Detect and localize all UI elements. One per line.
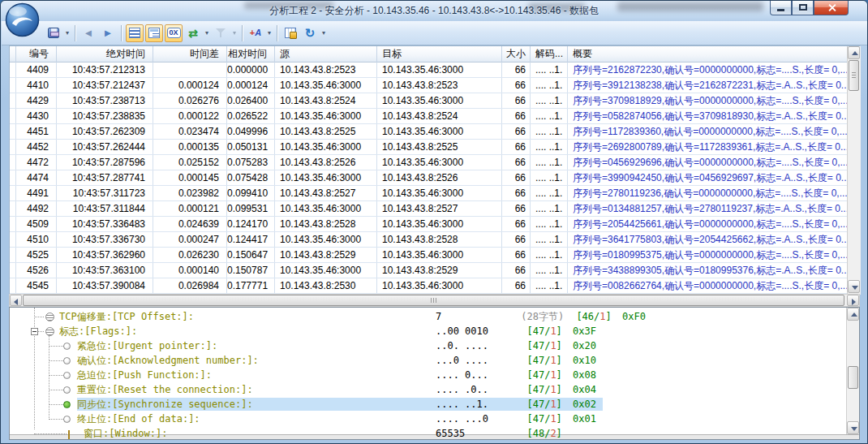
close-icon (827, 3, 836, 12)
cell-decode: .... ..1. (531, 186, 568, 200)
save-button[interactable] (45, 24, 62, 42)
back-button[interactable]: ◄ (79, 24, 97, 42)
title-bar[interactable]: 分析工程 2 - 安全分析 - 10.143.35.46 - 10.143.43… (1, 1, 867, 21)
save-dropdown-caret[interactable]: ▾ (63, 29, 71, 37)
filter-button[interactable] (212, 24, 230, 42)
packet-list-view-toggle[interactable] (126, 24, 144, 42)
decode-view-toggle[interactable] (145, 24, 163, 42)
cell-target: 10.143.43.8:2529 (377, 263, 502, 278)
app-logo-button[interactable] (5, 2, 40, 37)
maximize-button[interactable] (792, 1, 814, 15)
packet-table-vscrollbar[interactable] (847, 46, 861, 295)
hscroll-thumb[interactable] (23, 295, 844, 306)
column-header[interactable]: 目标 (377, 46, 502, 63)
field-hex-value: 0x02 (573, 399, 596, 410)
tree-node-values: ..0. .... [47/1] 0x20 (436, 338, 596, 353)
cell-decode: .... ..1. (531, 248, 568, 262)
tree-row[interactable]: 终止位:[End of data:]: .... ...0 [47/1] 0x0… (10, 412, 845, 426)
table-row[interactable]: 4492 10:43:57.311844 0.000121 0.099531 1… (10, 201, 847, 217)
scroll-grip (852, 72, 856, 78)
window-controls (770, 1, 849, 15)
tree-row[interactable]: TCP偏移量:[TCP Offset:]: 7 (28字节) [46/1] 0x… (10, 309, 845, 324)
table-row[interactable]: 4526 10:43:57.363100 0.000140 0.150787 1… (10, 263, 847, 278)
marker-button[interactable]: +A (247, 24, 264, 42)
cell-decode: .... ..1. (531, 63, 568, 77)
tree-row[interactable]: 重置位:[Reset the connection:]: .... .0.. [… (10, 382, 845, 397)
marker-dropdown-caret[interactable]: ▾ (265, 29, 273, 37)
hex-view-toggle[interactable]: 0X (165, 24, 183, 42)
column-header[interactable]: 源 (275, 46, 377, 63)
cell-summary: 序列号=2162872230,确认号=0000000000,标志=....S.,… (568, 63, 847, 77)
bit-icon (63, 386, 71, 394)
filter-dropdown-caret[interactable]: ▾ (230, 29, 238, 37)
cell-summary: 序列号=2054425661,确认号=0000000000,标志=....S.,… (568, 217, 847, 231)
scroll-up-button[interactable] (847, 308, 859, 321)
cell-decode: .... ..1. (531, 217, 568, 231)
tree-node-values: .... .0.. [47/1] 0x04 (436, 382, 596, 397)
table-row[interactable]: 4430 10:43:57.238835 0.000122 0.026522 1… (10, 109, 847, 124)
bit-icon (63, 343, 71, 350)
column-header[interactable]: 大小 (502, 46, 531, 63)
table-row[interactable]: 4452 10:43:57.262444 0.000135 0.050131 1… (10, 140, 847, 155)
decode-pane-vscrollbar[interactable] (846, 308, 860, 435)
cell-number: 4429 (16, 93, 57, 108)
cell-decode: .... ..1. (531, 170, 568, 185)
table-row[interactable]: 4545 10:43:57.390084 0.026984 0.177771 1… (10, 278, 847, 294)
row-state-cell (10, 140, 16, 154)
table-row[interactable]: 4472 10:43:57.287596 0.025152 0.075283 1… (10, 155, 847, 170)
tree-row[interactable]: 紧急位:[Urgent pointer:]: ..0. .... [47/1] … (10, 338, 845, 353)
vscroll-thumb[interactable] (848, 366, 858, 389)
cell-summary: 序列号=0082662764,确认号=0000000000,标志=....S.,… (568, 278, 847, 293)
column-header[interactable]: 时间差 (153, 46, 227, 63)
table-row[interactable]: 4429 10:43:57.238713 0.026276 0.026400 1… (10, 93, 847, 109)
cell-source: 10.143.43.8:2526 (275, 155, 377, 170)
packet-table-hscrollbar[interactable] (9, 294, 860, 307)
tree-row[interactable]: 急迫位:[Push Function:]: .... 0... [47/1] 0… (10, 368, 845, 382)
table-row[interactable]: 4525 10:43:57.362960 0.026230 0.150647 1… (10, 248, 847, 263)
column-header[interactable]: 绝对时间 (57, 46, 153, 63)
field-hex-value: 0x3F (573, 325, 596, 337)
lock-table-button[interactable] (281, 24, 299, 42)
field-binary-value: ..0. .... (436, 338, 515, 353)
column-header[interactable]: 概要 (568, 46, 847, 63)
filter-funnel-icon (216, 28, 226, 38)
minimize-button[interactable] (770, 1, 792, 15)
tree-row[interactable]: 同步位:[Synchronize sequence:]: .... ..1. [… (10, 397, 845, 412)
scroll-left-button[interactable] (10, 295, 22, 306)
refresh-button[interactable]: ↻ (301, 24, 319, 42)
cell-source: 10.143.43.8:2528 (275, 217, 377, 231)
table-row[interactable]: 4409 10:43:57.212313 0.000000 10.143.43.… (10, 63, 847, 78)
scroll-up-button[interactable] (848, 46, 860, 59)
forward-button[interactable]: ► (99, 24, 117, 42)
client-area: 编号绝对时间时间差相对时间源目标大小解码...概要 4409 10:43:57.… (9, 45, 860, 440)
conversation-dropdown-caret[interactable]: ▾ (203, 29, 211, 37)
tree-connector (49, 419, 63, 420)
row-state-cell (10, 278, 16, 293)
scroll-down-button[interactable] (847, 421, 859, 434)
cell-summary: 序列号=0134881257,确认号=2780119237,标志=.A..S.,… (568, 201, 847, 216)
table-row[interactable]: 4451 10:43:57.262309 0.023474 0.049996 1… (10, 124, 847, 140)
table-row[interactable]: 4474 10:43:57.287741 0.000145 0.075428 1… (10, 170, 847, 186)
refresh-dropdown-caret[interactable]: ▾ (320, 29, 328, 37)
tree-row[interactable]: 确认位:[Acknowledgment number:]: ...0 .... … (10, 353, 845, 368)
table-row[interactable]: 4510 10:43:57.336730 0.000247 0.124417 1… (10, 232, 847, 248)
field-hex-value: 0x04 (573, 384, 596, 395)
collapse-toggle-icon[interactable] (31, 328, 38, 335)
table-row[interactable]: 4410 10:43:57.212437 0.000124 0.000124 1… (10, 78, 847, 93)
scroll-down-button[interactable] (848, 280, 860, 293)
scroll-right-button[interactable] (847, 295, 859, 306)
cell-number: 4526 (16, 263, 57, 278)
table-row[interactable]: 4491 10:43:57.311723 0.023982 0.099410 1… (10, 186, 847, 201)
cell-number: 4545 (16, 278, 57, 293)
row-state-cell (10, 109, 16, 123)
vscroll-thumb[interactable] (849, 60, 859, 91)
cell-number: 4509 (16, 217, 57, 231)
column-header[interactable]: 编号 (16, 46, 57, 63)
tree-row[interactable]: 标志:[Flags:]: ..00 0010 [47/1] 0x3F (10, 324, 845, 338)
column-header[interactable]: 相对时间 (227, 46, 275, 63)
column-header[interactable]: 解码... (531, 46, 568, 63)
close-button[interactable] (814, 1, 849, 15)
conversation-button[interactable]: ⇄ (184, 24, 202, 42)
table-row[interactable]: 4509 10:43:57.336483 0.024639 0.124170 1… (10, 217, 847, 232)
cell-relative-time: 0.099531 (227, 201, 275, 216)
